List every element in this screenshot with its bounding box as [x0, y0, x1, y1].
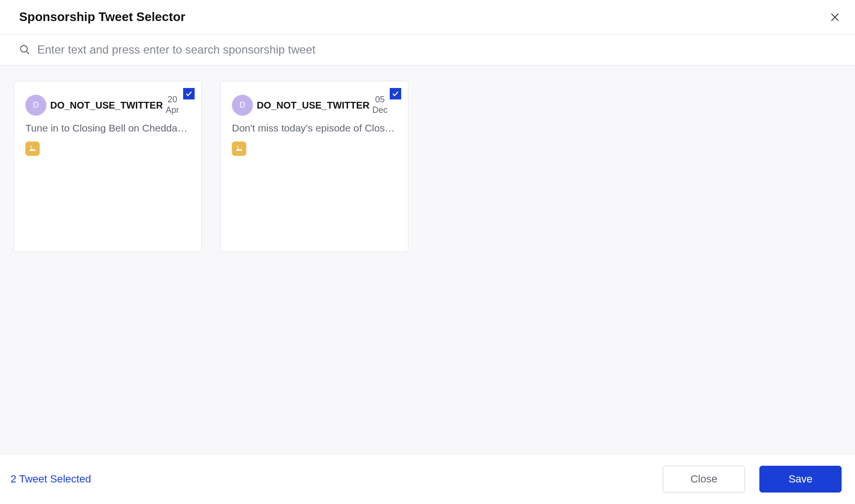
- tweet-header: D DO_NOT_USE_TWITTER 20 Apr: [25, 95, 190, 116]
- selected-count: 2 Tweet Selected: [11, 473, 91, 485]
- avatar: D: [25, 95, 46, 116]
- image-icon: [25, 142, 40, 156]
- close-icon[interactable]: [828, 11, 842, 24]
- svg-point-2: [21, 45, 27, 52]
- svg-point-5: [237, 146, 239, 147]
- tweet-date-day: 20: [168, 95, 177, 105]
- tweet-card[interactable]: D DO_NOT_USE_TWITTER 20 Apr Tune in to C…: [13, 81, 202, 252]
- modal-footer: 2 Tweet Selected Close Save: [0, 454, 855, 504]
- tweet-body: Don't miss today's episode of Closing Be…: [232, 122, 396, 134]
- tweet-username: DO_NOT_USE_TWITTER: [257, 100, 370, 111]
- tweet-date: 05 Dec: [373, 95, 388, 115]
- tweet-date-month: Apr: [166, 105, 179, 116]
- tweet-body: Tune in to Closing Bell on Cheddar for t…: [25, 122, 190, 134]
- tweet-grid: D DO_NOT_USE_TWITTER 20 Apr Tune in to C…: [0, 66, 855, 454]
- tweet-checkbox[interactable]: [390, 88, 401, 99]
- search-input[interactable]: [37, 43, 836, 56]
- avatar: D: [232, 95, 253, 116]
- image-icon: [232, 142, 246, 156]
- tweet-checkbox[interactable]: [183, 88, 195, 99]
- svg-line-3: [27, 52, 30, 55]
- search-icon: [19, 44, 31, 55]
- search-bar: [0, 34, 855, 66]
- close-button[interactable]: Close: [663, 466, 745, 493]
- tweet-username: DO_NOT_USE_TWITTER: [50, 100, 163, 111]
- tweet-date-day: 05: [375, 95, 385, 105]
- svg-point-4: [31, 146, 32, 147]
- tweet-card[interactable]: D DO_NOT_USE_TWITTER 05 Dec Don't miss t…: [220, 81, 408, 252]
- tweet-date: 20 Apr: [166, 95, 179, 115]
- save-button[interactable]: Save: [759, 466, 842, 493]
- modal-title: Sponsorship Tweet Selector: [19, 10, 186, 24]
- footer-buttons: Close Save: [663, 466, 842, 493]
- tweet-header: D DO_NOT_USE_TWITTER 05 Dec: [232, 95, 396, 116]
- tweet-date-month: Dec: [373, 105, 388, 116]
- modal-header: Sponsorship Tweet Selector: [0, 0, 855, 34]
